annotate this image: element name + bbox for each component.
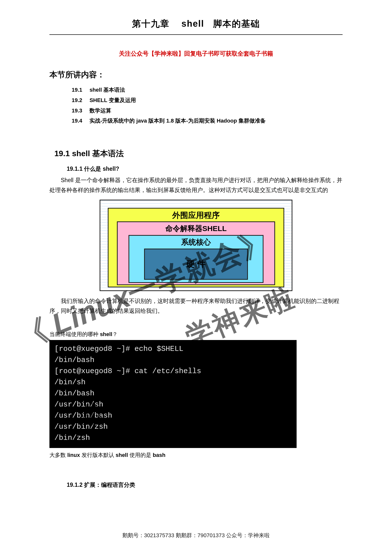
chapter-title-suffix: 脚本的基础 <box>213 19 260 29</box>
layer-outer-app: 外围应用程序 命令解释器SHELL 系统核心 硬 件 <box>108 208 284 287</box>
layer-label: 外围应用程序 <box>172 210 220 221</box>
toc-text: SHELL 变量及运用 <box>89 97 136 103</box>
heading-19-1-1: 19.1.1 什么是 shell? <box>67 165 343 173</box>
paragraph: 大多数 linux 发行版本默认 shell 使用的是 bash <box>49 451 343 459</box>
shell-layers-diagram: 外围应用程序 命令解释器SHELL 系统核心 硬 件 <box>100 200 292 291</box>
layer-label: 硬 件 <box>186 258 205 270</box>
terminal-line: /bin/zsh <box>54 434 90 442</box>
layer-label: 命令解释器SHELL <box>165 224 227 234</box>
toc-item: 19.2 SHELL 变量及运用 <box>72 95 343 106</box>
heading-19-1-2: 19.1.2 扩展：编程语言分类 <box>67 481 343 489</box>
terminal-line: [root@xuegod8 ~]# echo $SHELL <box>54 345 183 353</box>
chapter-title: 第十九章 shell 脚本的基础 <box>49 18 343 35</box>
text: 大多数 <box>49 452 67 458</box>
section-heading: 本节所讲内容： <box>49 69 343 80</box>
toc-item: 19.4 实战-升级系统中的 java 版本到 1.8 版本-为后期安装 Had… <box>72 116 343 126</box>
terminal-line: /bin/bash <box>54 389 94 398</box>
page-footer: 鹅鹅号：3021375733 鹅鹅群：790701373 公众号：学神来啦 <box>0 532 392 539</box>
terminal-line: /usr/bin/bash <box>54 411 112 420</box>
toc-num: 19.2 <box>72 95 88 106</box>
toc-item: 19.3 数学运算 <box>72 106 343 116</box>
text: 发行版本默认 <box>80 452 115 458</box>
layer-hardware: 硬 件 <box>144 249 248 280</box>
caption-bold: shell <box>100 331 112 337</box>
heading-19-1: 19.1 shell 基本语法 <box>54 148 343 159</box>
bold: shell <box>116 452 128 458</box>
chapter-prefix: 第十九章 <box>132 19 170 29</box>
layer-kernel: 系统核心 硬 件 <box>129 235 263 283</box>
paragraph: Shell 是一个命令解释器，它在操作系统的最外层，负责直接与用户进行对话，把用… <box>49 175 343 195</box>
toc-num: 19.3 <box>72 106 88 116</box>
layer-shell: 命令解释器SHELL 系统核心 硬 件 <box>117 221 275 285</box>
promo-note: 关注公众号【学神来啦】回复电子书即可获取全套电子书籍 <box>49 50 343 58</box>
chapter-title-en: shell <box>181 19 204 29</box>
toc-text: shell 基本语法 <box>89 87 125 93</box>
diagram-grid: 外围应用程序 命令解释器SHELL 系统核心 硬 件 <box>100 200 292 291</box>
toc-item: 19.1 shell 基本语法 <box>72 85 343 95</box>
terminal-line: [root@xuegod8 ~]# cat /etc/shells <box>54 367 201 375</box>
toc-text: 数学运算 <box>89 107 111 114</box>
bold: bash <box>153 452 165 458</box>
layer-label: 系统核心 <box>181 237 211 247</box>
terminal-output: [root@xuegod8 ~]# echo $SHELL /bin/bash … <box>49 340 297 448</box>
terminal-caption: 当前终端使用的哪种 shell？ <box>49 331 343 338</box>
terminal-line: /usr/bin/sh <box>54 400 103 409</box>
caption-q: ？ <box>112 331 118 337</box>
toc-num: 19.1 <box>72 85 88 95</box>
paragraph: 我们所输入的命令计算机是不识别的，这时就需要一种程序来帮助我们进行翻译，变成计算… <box>49 296 343 316</box>
terminal-line: /bin/bash <box>54 356 94 364</box>
toc-num: 19.4 <box>72 116 88 126</box>
terminal-line: /usr/bin/zsh <box>54 423 108 431</box>
bold: linux <box>67 452 80 458</box>
caption-text: 当前终端使用的哪种 <box>49 331 100 337</box>
text: 使用的是 <box>128 452 153 458</box>
table-of-contents: 19.1 shell 基本语法 19.2 SHELL 变量及运用 19.3 数学… <box>49 85 343 126</box>
document-page: 第十九章 shell 脚本的基础 关注公众号【学神来啦】回复电子书即可获取全套电… <box>49 0 343 491</box>
toc-text: 实战-升级系统中的 java 版本到 1.8 版本-为后期安装 Hadoop 集… <box>89 118 266 124</box>
terminal-line: /bin/sh <box>54 378 86 386</box>
